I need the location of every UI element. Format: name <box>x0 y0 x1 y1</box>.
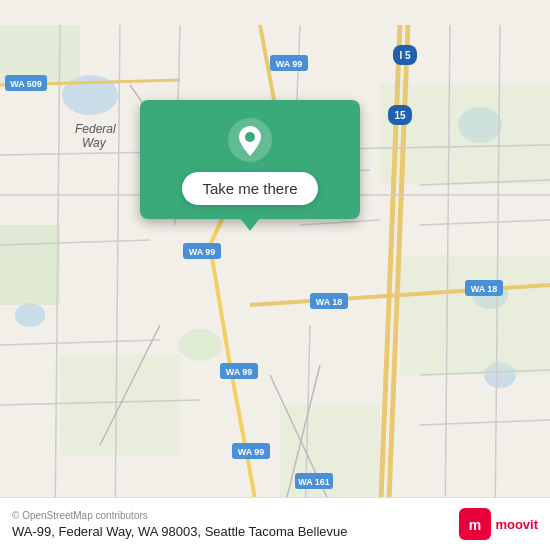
moovit-icon: m <box>459 508 491 540</box>
svg-text:WA 99: WA 99 <box>226 367 253 377</box>
moovit-logo: m moovit <box>459 508 538 540</box>
svg-line-29 <box>420 220 550 225</box>
svg-text:WA 18: WA 18 <box>471 284 498 294</box>
svg-text:WA 161: WA 161 <box>298 477 330 487</box>
svg-text:15: 15 <box>394 110 406 121</box>
moovit-brand-label: moovit <box>495 517 538 532</box>
svg-rect-7 <box>0 225 60 305</box>
address-text: WA-99, Federal Way, WA 98003, Seattle Ta… <box>12 524 348 539</box>
svg-text:I 5: I 5 <box>399 50 411 61</box>
svg-line-24 <box>0 340 160 345</box>
copyright-text: © OpenStreetMap contributors <box>12 510 348 521</box>
location-popup: Take me there <box>140 100 360 219</box>
svg-point-4 <box>15 303 45 327</box>
svg-text:WA 99: WA 99 <box>238 447 265 457</box>
svg-text:WA 99: WA 99 <box>276 59 303 69</box>
svg-point-66 <box>245 132 255 142</box>
address-section: © OpenStreetMap contributors WA-99, Fede… <box>12 510 348 539</box>
svg-line-27 <box>300 220 380 225</box>
svg-point-5 <box>178 329 222 361</box>
map-pin-icon <box>228 118 272 162</box>
take-me-there-button[interactable]: Take me there <box>182 172 317 205</box>
map-container: WA 509 WA 99 I 5 15 WA 99 WA 18 WA 18 Fe… <box>0 0 550 550</box>
svg-text:WA 509: WA 509 <box>10 79 42 89</box>
svg-line-31 <box>420 420 550 425</box>
bottom-info-bar: © OpenStreetMap contributors WA-99, Fede… <box>0 497 550 550</box>
svg-rect-9 <box>400 255 550 375</box>
svg-text:WA 18: WA 18 <box>316 297 343 307</box>
svg-text:Federal: Federal <box>75 122 116 136</box>
svg-text:Way: Way <box>82 136 107 150</box>
svg-text:m: m <box>469 517 481 533</box>
svg-text:WA 99: WA 99 <box>189 247 216 257</box>
map-roads-svg: WA 509 WA 99 I 5 15 WA 99 WA 18 WA 18 Fe… <box>0 0 550 550</box>
